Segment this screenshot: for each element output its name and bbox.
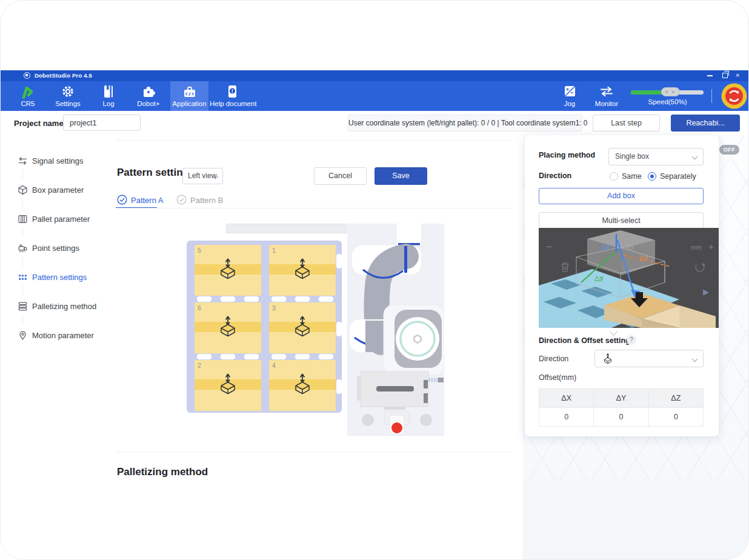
pallet-box-tile[interactable]: 2: [195, 360, 261, 411]
puzzle-icon: [133, 84, 164, 99]
last-step-button[interactable]: Last step: [593, 115, 660, 132]
jog-icon: [558, 84, 582, 99]
tab-pattern-b[interactable]: Pattern B: [176, 195, 223, 208]
sidebar-item-palletizing-method[interactable]: Palletizing method: [1, 299, 102, 314]
direction-select[interactable]: [594, 350, 704, 367]
nav-item-help-document[interactable]: Help document: [210, 81, 255, 111]
help-icon[interactable]: ?: [627, 335, 636, 345]
sidebar-connector: [22, 227, 23, 237]
stacked-layers-icon: [18, 301, 28, 312]
box-number: 2: [198, 362, 201, 369]
sidebar-item-pattern-settings[interactable]: Pattern settings: [1, 270, 102, 285]
direction2-label: Direction: [539, 355, 568, 363]
help-document-icon: [210, 84, 255, 99]
radio-separately[interactable]: Separately: [648, 170, 696, 181]
coordinate-info: User coordinate system (left/right palle…: [348, 115, 582, 132]
radio-same[interactable]: Same: [610, 170, 642, 181]
multi-select-button[interactable]: Multi-select: [539, 212, 704, 229]
viewport-bottom-band: [523, 479, 748, 559]
box-number: 3: [272, 304, 276, 312]
nav-separator: [711, 89, 712, 103]
pattern-dots-icon: [18, 272, 28, 282]
pallet-box-tile[interactable]: 6: [195, 302, 261, 353]
box-direction-icon: [215, 316, 241, 340]
offset-header-dy: ΔY: [594, 389, 648, 408]
placing-method-select[interactable]: Single box: [608, 148, 704, 165]
save-button[interactable]: Save: [374, 167, 427, 185]
pallet-notch: [336, 379, 342, 394]
box-direction-icon: [289, 258, 316, 282]
3d-preview-overlay[interactable]: − 10 mm + ▶ Orde 5 Smart sorting: [539, 228, 719, 328]
pallet-top-view: 5 1 6 3 2 4: [187, 241, 342, 413]
sidebar-item-pallet-parameter[interactable]: Pallet parameter: [1, 212, 102, 227]
pallet-notch: [244, 354, 259, 359]
nav-item-dobot-plus[interactable]: Dobot+: [133, 81, 164, 111]
palletizing-method-title: Palletizing method: [117, 466, 208, 478]
box-direction-icon: [289, 316, 316, 340]
placing-method-value: Single box: [615, 152, 649, 161]
robot-cell: [347, 224, 444, 436]
signal-arrows-icon: [18, 156, 28, 166]
pallet-box-tile[interactable]: 4: [269, 360, 336, 411]
pallet-bars-icon: [18, 214, 28, 224]
radio-selected-icon: [648, 172, 656, 181]
collapse-chevron-icon[interactable]: [610, 328, 618, 336]
pallet-box-tile[interactable]: 3: [269, 302, 336, 353]
toolbox-icon: [170, 84, 208, 99]
cancel-button[interactable]: Cancel: [314, 167, 367, 185]
off-toggle[interactable]: OFF: [719, 145, 739, 155]
conveyor-bar: [226, 224, 348, 233]
offset-value-dz[interactable]: 0: [648, 408, 703, 427]
app-window: DobotStudio Pro 4.5 × CR5 Settings Log: [0, 0, 749, 560]
box-number: 5: [198, 247, 201, 254]
sidebar-connector: [22, 169, 23, 179]
offset-header-dz: ΔZ: [648, 389, 703, 408]
emergency-stop-button[interactable]: [721, 82, 748, 112]
top-divider: [116, 140, 511, 141]
tab-pattern-a[interactable]: Pattern A: [117, 195, 163, 208]
pallet-notch: [221, 354, 235, 359]
nav-item-log[interactable]: Log: [96, 81, 121, 111]
pallet-notch: [336, 254, 342, 268]
sidebar: Signal settings Box parameter Pallet par…: [1, 135, 103, 559]
nav-item-cr5[interactable]: CR5: [13, 81, 43, 111]
offset-value-dx[interactable]: 0: [539, 408, 594, 427]
nav-item-jog[interactable]: Jog: [558, 81, 582, 111]
reachability-button[interactable]: Reachabi...: [671, 115, 740, 132]
check-circle-icon: [117, 195, 127, 205]
pallet-notch: [271, 354, 286, 359]
add-box-button[interactable]: Add box: [539, 188, 704, 204]
nav-item-monitor[interactable]: Monitor: [590, 81, 624, 111]
pallet-box-tile[interactable]: 1: [269, 245, 336, 296]
direction-offset-title: Direction & Offset settings: [539, 336, 634, 345]
nav-item-settings[interactable]: Settings: [52, 81, 84, 111]
sidebar-item-motion-parameter[interactable]: Motion parameter: [1, 328, 102, 343]
sidebar-item-box-parameter[interactable]: Box parameter: [1, 183, 102, 198]
box-number: 4: [272, 362, 276, 369]
project-name-input[interactable]: [63, 115, 141, 131]
speed-slider-handle[interactable]: < >: [661, 87, 680, 96]
pallet-notch: [295, 296, 310, 302]
speed-label: Speed(50%): [624, 98, 711, 105]
view-select[interactable]: Left view: [182, 168, 223, 184]
direction-label: Direction: [539, 172, 571, 180]
offset-value-dy[interactable]: 0: [594, 408, 648, 427]
sidebar-connector: [22, 285, 23, 295]
pallet-notch: [197, 354, 211, 359]
point-machine-icon: [18, 243, 28, 253]
pallet-box-tile[interactable]: 5: [195, 245, 261, 296]
sidebar-item-signal-settings[interactable]: Signal settings: [1, 154, 102, 168]
nav-item-application[interactable]: Application: [170, 81, 208, 111]
pallet-notch: [221, 296, 235, 302]
box-direction-icon: [215, 258, 241, 282]
delta-z-label: △z: [602, 242, 610, 250]
gear-icon: [52, 84, 84, 99]
pallet-notch: [244, 296, 259, 302]
restore-button[interactable]: [722, 73, 728, 78]
minimize-button[interactable]: [707, 75, 713, 76]
sidebar-item-point-settings[interactable]: Point settings: [1, 241, 102, 256]
pallet-notch: [197, 296, 211, 302]
nav-bar: CR5 Settings Log Dobot+ Application: [1, 81, 748, 111]
close-button[interactable]: ×: [736, 72, 739, 79]
placing-method-label: Placing method: [539, 151, 595, 159]
